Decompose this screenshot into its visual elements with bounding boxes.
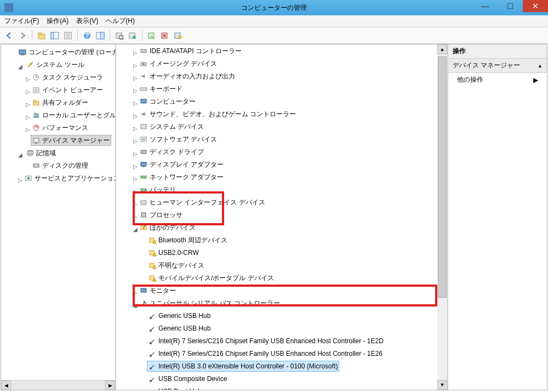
twisty[interactable]: ▷ — [133, 61, 138, 71]
label: ユニバーサル シリアル バス コントローラー — [150, 298, 280, 308]
scroll-up[interactable]: ▲ — [437, 44, 447, 54]
dev-software[interactable]: ソフトウェア デバイス — [138, 134, 219, 145]
twisty[interactable]: ▷ — [25, 112, 31, 122]
tree-local-users[interactable]: ローカル ユーザーとグルー... — [31, 110, 115, 121]
twisty[interactable]: ▷ — [133, 99, 138, 109]
twisty[interactable]: ▷ — [133, 212, 138, 222]
tree-event-viewer[interactable]: イベント ビューアー — [31, 84, 105, 95]
dev-monitor[interactable]: モニター — [138, 285, 178, 296]
tree-root[interactable]: コンピューターの管理 (ローカル) — [17, 47, 115, 58]
display-icon — [140, 161, 147, 168]
twisty[interactable]: ▷ — [133, 73, 138, 83]
actions-section[interactable]: デバイス マネージャー ▲ — [448, 59, 547, 73]
tree-shared-folders[interactable]: 共有フォルダー — [31, 97, 90, 108]
dev-disk[interactable]: ディスク ドライブ — [138, 146, 206, 157]
close-button[interactable]: ✕ — [523, 0, 548, 12]
dev-usb-intel2[interactable]: Intel(R) 7 Series/C216 Chipset Family US… — [147, 348, 384, 359]
dev-audio[interactable]: オーディオの入力および出力 — [138, 71, 237, 82]
dev-other-usb[interactable]: USB2.0-CRW — [147, 247, 201, 258]
help-button[interactable]: ? — [81, 30, 93, 42]
dev-battery[interactable]: バッテリ — [138, 184, 178, 195]
tree-services-apps[interactable]: サービスとアプリケーション — [23, 173, 115, 184]
up-button[interactable] — [36, 30, 48, 42]
dev-computer[interactable]: コンピューター — [138, 96, 197, 107]
dev-other-mobile[interactable]: モバイルデバイス/ポータブル デバイス — [147, 272, 276, 283]
dev-usb-intel3[interactable]: Intel(R) USB 3.0 eXtensible Host Control… — [147, 361, 339, 372]
back-button[interactable] — [3, 30, 15, 42]
dev-system[interactable]: システム デバイス — [138, 121, 206, 132]
menu-help[interactable]: ヘルプ(H) — [106, 16, 135, 26]
twisty[interactable]: ▷ — [133, 48, 138, 58]
tool-button-1[interactable] — [94, 30, 106, 42]
twisty[interactable]: ▷ — [133, 124, 138, 134]
label: モニター — [150, 286, 176, 296]
twisty-other[interactable]: ◢ — [133, 225, 138, 235]
system-icon — [140, 123, 147, 130]
svg-rect-59 — [141, 176, 146, 178]
tool-button-2[interactable] — [113, 30, 125, 42]
minimize-button[interactable]: — — [472, 0, 498, 12]
twisty[interactable]: ▷ — [133, 174, 138, 184]
twisty[interactable]: ▷ — [133, 137, 138, 146]
tree-task-scheduler[interactable]: タスク スケジューラ — [31, 72, 105, 83]
menu-view[interactable]: 表示(V) — [76, 16, 98, 26]
dev-usb-root1[interactable]: USB Root Hub — [147, 386, 203, 390]
dev-other-unknown[interactable]: 不明なデバイス — [147, 260, 206, 271]
scroll-thumb[interactable] — [438, 56, 447, 298]
dev-processor[interactable]: プロセッサ — [138, 209, 184, 220]
scroll-right[interactable]: ▶ — [105, 380, 115, 390]
dev-usb-ghub2[interactable]: Generic USB Hub — [147, 323, 212, 334]
center-vscrollbar[interactable]: ▲ ▼ — [437, 44, 447, 390]
tree-system-tools[interactable]: システム ツール — [25, 59, 85, 70]
dev-usb-intel1[interactable]: Intel(R) 7 Series/C216 Chipset Family US… — [147, 336, 385, 346]
twisty[interactable]: ▷ — [18, 175, 23, 185]
twisty[interactable]: ▷ — [133, 288, 138, 298]
menu-file[interactable]: ファイル(F) — [4, 16, 39, 26]
dev-usb-ghub1[interactable]: Generic USB Hub — [147, 310, 212, 321]
scroll-down[interactable]: ▼ — [437, 380, 447, 390]
dev-network[interactable]: ネットワーク アダプター — [138, 172, 225, 183]
twisty[interactable]: ▷ — [25, 125, 31, 135]
twisty[interactable]: ▷ — [133, 86, 138, 96]
menu-action[interactable]: 操作(A) — [47, 16, 68, 26]
forward-button[interactable] — [16, 30, 28, 42]
twisty[interactable]: ▷ — [133, 111, 138, 121]
twisty-usb[interactable]: ◢ — [133, 300, 138, 310]
device-tree: ▷IDE ATA/ATAPI コントローラー ▷イメージング デバイス ▷オーデ… — [116, 44, 447, 390]
twisty[interactable]: ▷ — [133, 149, 138, 159]
twisty[interactable]: ▷ — [133, 187, 138, 197]
tool-button-5[interactable] — [159, 30, 171, 42]
twisty[interactable]: ▷ — [133, 162, 138, 172]
properties-button[interactable] — [62, 30, 74, 42]
dev-ide[interactable]: IDE ATA/ATAPI コントローラー — [138, 46, 243, 56]
dev-imaging[interactable]: イメージング デバイス — [138, 58, 219, 69]
tree-device-manager[interactable]: デバイス マネージャー — [31, 135, 111, 146]
dev-other[interactable]: ?ほかのデバイス — [138, 222, 197, 233]
dev-usb[interactable]: ユニバーサル シリアル バス コントローラー — [138, 298, 282, 309]
tree-disk-mgmt[interactable]: ディスクの管理 — [31, 160, 90, 171]
scroll-left[interactable]: ◀ — [1, 380, 11, 390]
dev-other-bt[interactable]: Bluetooth 周辺デバイス — [147, 235, 229, 246]
actions-more[interactable]: 他の操作 ▶ — [448, 73, 547, 87]
dev-sound[interactable]: サウンド、ビデオ、およびゲーム コントローラー — [138, 109, 298, 120]
twisty[interactable]: ▷ — [133, 200, 138, 209]
show-hide-tree-button[interactable] — [49, 30, 61, 42]
twisty-system-tools[interactable]: ◢ — [18, 62, 23, 72]
tool-button-4[interactable] — [146, 30, 158, 42]
tool-button-3[interactable] — [127, 30, 139, 42]
tool-button-6[interactable] — [172, 30, 184, 42]
usb-device-icon — [149, 375, 156, 383]
twisty[interactable]: ▷ — [25, 100, 31, 110]
maximize-button[interactable]: ☐ — [498, 0, 523, 12]
twisty-storage[interactable]: ◢ — [18, 150, 23, 160]
dev-display[interactable]: ディスプレイ アダプター — [138, 159, 225, 170]
twisty[interactable]: ▷ — [25, 87, 31, 97]
svg-point-35 — [36, 113, 39, 116]
dev-hid[interactable]: ヒューマン インターフェイス デバイス — [138, 197, 267, 208]
tree-performance[interactable]: パフォーマンス — [31, 122, 90, 133]
tree-storage[interactable]: 記憶域 — [25, 147, 58, 158]
left-hscrollbar[interactable]: ◀ ▶ — [1, 380, 115, 390]
twisty[interactable]: ▷ — [25, 75, 31, 84]
dev-keyboard[interactable]: キーボード — [138, 83, 184, 94]
dev-usb-composite[interactable]: USB Composite Device — [147, 373, 229, 384]
